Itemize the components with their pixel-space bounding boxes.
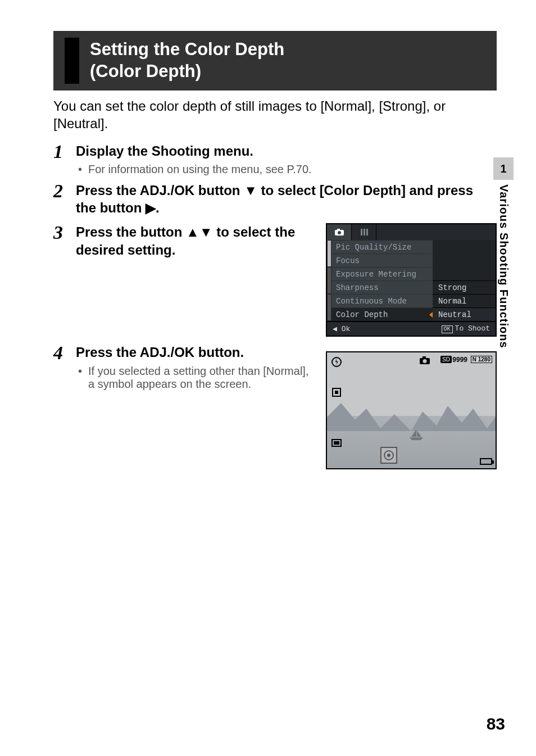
- menu-option-highlight: Neutral: [433, 307, 496, 321]
- step-body: Display the Shooting menu. For informati…: [76, 142, 497, 176]
- svg-rect-3: [361, 229, 362, 236]
- scrollbar-segment: [328, 241, 331, 266]
- svg-rect-4: [364, 229, 365, 236]
- camera-menu-screenshot: Pic Quality/Size Focus Exposure Metering…: [326, 223, 497, 337]
- step-1-title: Display the Shooting menu.: [76, 142, 497, 160]
- ok-chip: OK: [442, 325, 453, 333]
- text: Press the ADJ./OK button: [76, 183, 244, 198]
- menu-item: Pic Quality/Size: [331, 240, 433, 253]
- camera-mode-icon: [419, 356, 430, 367]
- menu-list: Pic Quality/Size Focus Exposure Metering…: [331, 240, 433, 321]
- landscape-illustration: [327, 397, 496, 431]
- step-2-title: Press the ADJ./OK button ▼ to select [Co…: [76, 182, 497, 216]
- image-size-indicator: N 1280: [471, 356, 492, 363]
- right-arrow-icon: ▶: [146, 200, 156, 215]
- menu-footer-left: ◀ Ok: [333, 324, 350, 333]
- down-arrow-icon: ▼: [244, 183, 257, 198]
- step-number: 2: [53, 182, 76, 201]
- menu-footer: ◀ Ok OKTo Shoot: [327, 321, 496, 336]
- page-number: 83: [487, 714, 505, 734]
- setup-tab-icon: [352, 224, 376, 240]
- svg-rect-11: [335, 391, 338, 394]
- scrollbar-segment: [328, 295, 331, 320]
- step-3-row: 3 Press the button ▲▼ to select the desi…: [53, 223, 497, 337]
- step-1-note: For information on using the menu, see P…: [88, 163, 497, 176]
- boat-icon: [408, 428, 424, 443]
- step-number: 3: [53, 223, 76, 242]
- step-2: 2 Press the ADJ./OK button ▼ to select […: [53, 182, 497, 216]
- step-body: Press the ADJ./OK button ▼ to select [Co…: [76, 182, 497, 216]
- step-4-note: If you selected a setting other than [No…: [88, 365, 316, 391]
- section-header: Setting the Color Depth (Color Depth): [53, 31, 497, 90]
- color-depth-indicator-icon: [380, 447, 397, 464]
- text: .: [156, 200, 160, 215]
- menu-option: Strong: [433, 280, 496, 294]
- step-number: 4: [53, 343, 76, 363]
- step-body: Press the button ▲▼ to select the desire…: [76, 223, 316, 258]
- sd-card-icon: SD: [440, 356, 452, 363]
- iso-icon: [330, 437, 343, 449]
- menu-body: Pic Quality/Size Focus Exposure Metering…: [327, 240, 496, 321]
- focus-mode-icon: [330, 386, 343, 399]
- shots-remaining: 9999: [452, 356, 467, 364]
- text: Press the button: [76, 224, 186, 239]
- scrollbar-segment: [328, 268, 331, 293]
- svg-point-8: [423, 359, 427, 363]
- step-number: 1: [53, 142, 76, 161]
- chapter-number: 1: [493, 157, 514, 180]
- chapter-label: Various Shooting Functions: [497, 184, 510, 348]
- section-intro: You can set the color depth of still ima…: [53, 97, 497, 132]
- menu-item: Focus: [331, 253, 433, 267]
- menu-item: Exposure Metering: [331, 267, 433, 280]
- svg-point-2: [338, 231, 341, 234]
- camera-liveview-screenshot: SD 9999 N 1280: [326, 351, 497, 469]
- section-title-line2: (Color Depth): [90, 61, 485, 83]
- manual-page: Setting the Color Depth (Color Depth) Yo…: [0, 0, 536, 756]
- camera-tab-icon: [327, 224, 352, 240]
- step-4-title: Press the ADJ./OK button.: [76, 343, 316, 361]
- flash-mode-icon: [330, 356, 343, 368]
- menu-item: Sharpness: [331, 280, 433, 294]
- menu-option: Normal: [433, 294, 496, 307]
- menu-item: Continuous Mode: [331, 294, 433, 307]
- chapter-side-tab: 1 Various Shooting Functions: [493, 157, 514, 348]
- step-4-row: 4 Press the ADJ./OK button. If you selec…: [53, 343, 497, 469]
- step-1: 1 Display the Shooting menu. For informa…: [53, 142, 497, 176]
- step-4: 4 Press the ADJ./OK button. If you selec…: [53, 343, 316, 390]
- svg-rect-15: [334, 441, 339, 445]
- section-title-line1: Setting the Color Depth: [90, 39, 485, 61]
- text: To Shoot: [455, 324, 490, 333]
- updown-arrow-icon: ▲▼: [186, 224, 213, 239]
- menu-options: Strong Normal Neutral: [433, 240, 496, 321]
- menu-footer-right: OKTo Shoot: [442, 324, 490, 333]
- step-3-title: Press the button ▲▼ to select the desire…: [76, 223, 316, 258]
- menu-scrollbar: [327, 240, 331, 321]
- step-3: 3 Press the button ▲▼ to select the desi…: [53, 223, 316, 258]
- menu-item-selected: Color Depth: [331, 307, 433, 321]
- svg-rect-1: [337, 229, 340, 230]
- svg-rect-7: [423, 356, 426, 359]
- step-body: Press the ADJ./OK button. If you selecte…: [76, 343, 316, 390]
- battery-icon: [480, 458, 492, 465]
- svg-rect-5: [366, 229, 368, 236]
- svg-point-17: [387, 454, 390, 457]
- spacer: [433, 240, 496, 280]
- menu-tabs: [327, 224, 496, 240]
